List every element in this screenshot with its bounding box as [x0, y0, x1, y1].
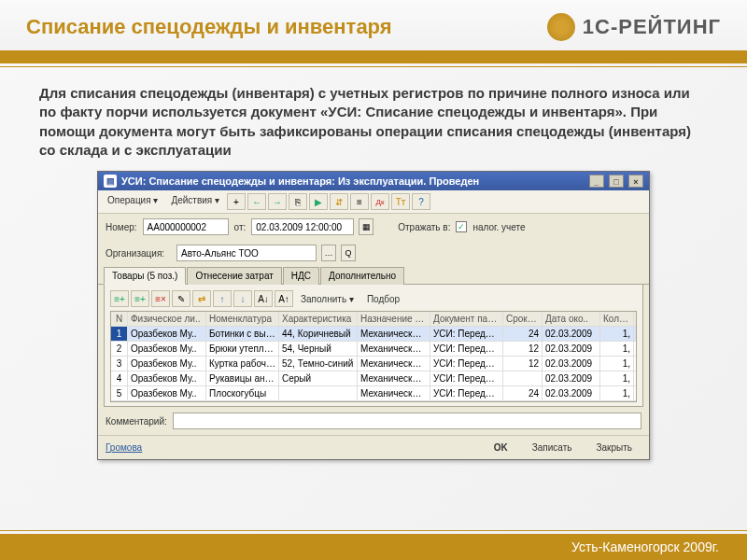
cell: 12: [503, 342, 543, 356]
cell: Рукавицы анти..: [206, 371, 279, 385]
table-row[interactable]: 1Оразбеков Му..Ботинки с выс..44, Коричн…: [111, 327, 636, 342]
select-button[interactable]: Подбор: [361, 292, 405, 306]
grid-header: N Физическое ли.. Номенклатура Характери…: [111, 312, 636, 327]
cell: Брюки утеплен..: [206, 342, 279, 356]
cell: Оразбеков Му..: [128, 327, 206, 341]
row-add-icon[interactable]: ≡+: [110, 290, 129, 307]
cell: Плоскогубцы: [206, 386, 279, 400]
save-button[interactable]: Записать: [523, 440, 582, 455]
tab-nds[interactable]: НДС: [283, 267, 319, 285]
col-purpose[interactable]: Назначение ис..: [358, 312, 430, 326]
row-replace-icon[interactable]: ⇄: [192, 290, 211, 307]
row-add2-icon[interactable]: ≡+: [131, 290, 149, 307]
row-edit-icon[interactable]: ✎: [172, 290, 190, 307]
col-qty[interactable]: Колич..: [600, 312, 634, 326]
cell: Оразбеков Му..: [128, 357, 206, 371]
table-row[interactable]: 3Оразбеков Му..Куртка рабочая52, Темно-с…: [111, 357, 636, 371]
tool-add-icon[interactable]: +: [227, 193, 246, 210]
table-row[interactable]: 2Оразбеков Му..Брюки утеплен..54, Черный…: [111, 342, 636, 357]
cell: Механический..: [358, 342, 430, 356]
col-n[interactable]: N: [111, 312, 128, 326]
cell: 44, Коричневый: [279, 327, 358, 341]
cell: 5: [111, 386, 128, 400]
row-sort-za-icon[interactable]: A↑: [275, 290, 293, 307]
description-text: Для списания спецодежды (инвентаря) с уч…: [39, 84, 708, 160]
cell: УСИ: Передач..: [430, 357, 503, 371]
tool-post-icon[interactable]: ▶: [309, 193, 328, 210]
tool-structure-icon[interactable]: ⇵: [330, 193, 348, 210]
cell: 24: [503, 327, 543, 341]
cell: Куртка рабочая: [206, 357, 279, 371]
tool-tt-icon[interactable]: Tт: [391, 193, 410, 210]
col-char[interactable]: Характеристика: [279, 312, 358, 326]
footer-text: Усть-Каменогорск 2009г.: [0, 534, 747, 560]
row-del-icon[interactable]: ≡×: [151, 290, 170, 307]
menu-actions[interactable]: Действия ▾: [165, 193, 225, 210]
cell: [503, 371, 543, 385]
date-picker-icon[interactable]: ▦: [359, 218, 374, 235]
minimize-button[interactable]: _: [589, 175, 604, 188]
cell: Оразбеков Му..: [128, 342, 206, 356]
cell: Ботинки с выс..: [206, 327, 279, 341]
form-row-number: Номер: АА000000002 от: 02.03.2009 12:00:…: [98, 214, 649, 240]
comment-row: Комментарий:: [98, 407, 649, 435]
reflect-checkbox[interactable]: ✓: [456, 221, 467, 232]
tool-report-icon[interactable]: ≡: [350, 193, 369, 210]
tab-goods[interactable]: Товары (5 поз.): [104, 267, 186, 285]
window-titlebar[interactable]: ▤ УСИ: Списание спецодежды и инвентаря: …: [98, 172, 649, 190]
tool-copy-icon[interactable]: ⎘: [289, 193, 307, 210]
number-input[interactable]: АА000000002: [143, 218, 229, 235]
cell: 1,: [600, 386, 634, 400]
tab-cost[interactable]: Отнесение затрат: [187, 267, 281, 285]
comment-input[interactable]: [173, 413, 641, 429]
cell: Оразбеков Му..: [128, 371, 206, 385]
row-up-icon[interactable]: ↑: [213, 290, 232, 307]
close-button[interactable]: ×: [628, 175, 643, 188]
gold-divider: [0, 50, 747, 63]
tool-nav-left-icon[interactable]: ←: [247, 193, 266, 210]
footer-line: [0, 530, 747, 531]
slide-header: Списание спецодежды и инвентаря 1С-РЕЙТИ…: [0, 0, 747, 50]
menu-operation[interactable]: Операция ▾: [102, 193, 163, 210]
table-row[interactable]: 4Оразбеков Му..Рукавицы анти..СерыйМехан…: [111, 371, 636, 386]
cell: Механический..: [358, 386, 430, 400]
from-label: от:: [234, 222, 247, 232]
cell: Серый: [279, 371, 358, 385]
close-window-button[interactable]: Закрыть: [586, 440, 641, 455]
cell: Оразбеков Му..: [128, 386, 206, 400]
org-label: Организация:: [106, 248, 171, 259]
tabs: Товары (5 поз.) Отнесение затрат НДС Доп…: [98, 266, 649, 285]
tool-help-icon[interactable]: ?: [412, 193, 430, 210]
user-link[interactable]: Громова: [106, 442, 479, 453]
org-select-icon[interactable]: …: [321, 245, 336, 261]
cell: 02.03.2009: [543, 371, 600, 385]
cell: [279, 386, 358, 400]
col-nomen[interactable]: Номенклатура: [206, 312, 279, 326]
cell: 1,: [600, 357, 634, 371]
table-row[interactable]: 5Оразбеков Му..ПлоскогубцыМеханический..…: [111, 386, 636, 401]
row-sort-az-icon[interactable]: A↓: [254, 290, 273, 307]
tool-nav-right-icon[interactable]: →: [268, 193, 287, 210]
col-date[interactable]: Дата око..: [543, 312, 600, 326]
maximize-button[interactable]: □: [609, 175, 624, 188]
cell: 12: [503, 357, 543, 371]
date-input[interactable]: 02.03.2009 12:00:00: [251, 218, 354, 235]
col-term[interactable]: Срок с..: [503, 312, 543, 326]
tool-dk-icon[interactable]: Дк: [371, 193, 389, 210]
row-down-icon[interactable]: ↓: [233, 290, 252, 307]
logo-text: 1С-РЕЙТИНГ: [583, 15, 721, 39]
tab-extra[interactable]: Дополнительно: [320, 267, 404, 285]
cell: 24: [503, 386, 543, 400]
cell: 3: [111, 357, 128, 371]
cell: Механический..: [358, 371, 430, 385]
col-doc[interactable]: Документ парт..: [430, 312, 503, 326]
cell: 02.03.2009: [543, 357, 600, 371]
cell: 1,: [600, 327, 634, 341]
col-person[interactable]: Физическое ли..: [128, 312, 206, 326]
ok-button[interactable]: OK: [485, 440, 517, 455]
org-input[interactable]: Авто-Альянс ТОО: [176, 245, 317, 261]
org-open-icon[interactable]: Q: [341, 245, 356, 261]
app-window: ▤ УСИ: Списание спецодежды и инвентаря: …: [97, 171, 650, 460]
fill-button[interactable]: Заполнить ▾: [295, 292, 359, 306]
cell: 54, Черный: [279, 342, 358, 356]
